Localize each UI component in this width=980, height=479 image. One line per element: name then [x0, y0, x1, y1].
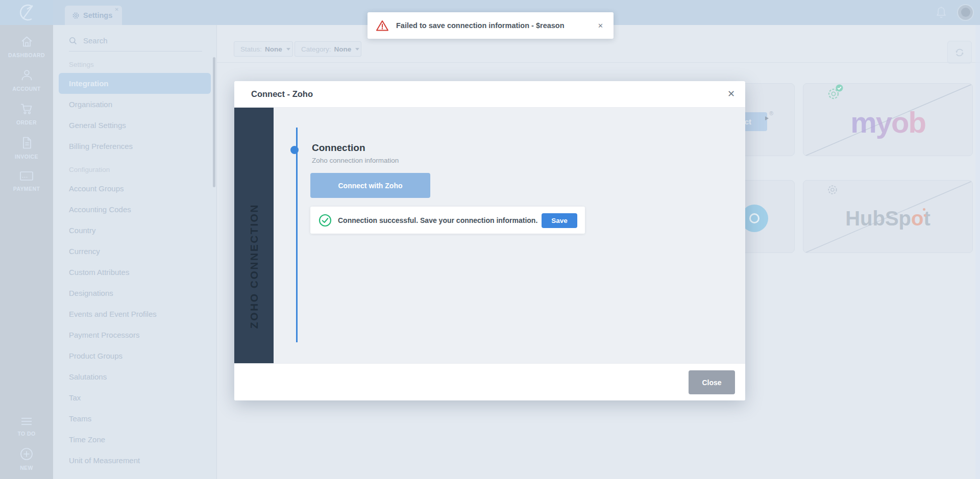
app-logo-icon: [15, 2, 38, 24]
integration-card-myob[interactable]: myob: [803, 83, 973, 156]
nav-section-configuration: Configuration: [69, 164, 216, 176]
nav-item-salutations[interactable]: Salutations: [53, 366, 216, 387]
cart-icon: [19, 102, 34, 116]
tab-close-icon[interactable]: ✕: [115, 7, 119, 13]
sidebar-item-order[interactable]: ORDER: [0, 102, 53, 125]
modal-side-panel: ZOHO CONNECTION: [234, 108, 274, 363]
divider: [217, 62, 980, 63]
user-icon: [20, 68, 34, 82]
nav-item-billing-preferences[interactable]: Billing Preferences: [53, 136, 216, 157]
tab-settings-label: Settings: [83, 11, 112, 19]
sidebar-main-items: DASHBOARD ACCOUNT ORDER: [0, 35, 53, 192]
close-button[interactable]: Close: [689, 370, 735, 394]
app-sidebar: DASHBOARD ACCOUNT ORDER: [0, 0, 53, 479]
settings-scrollbar[interactable]: [213, 57, 215, 187]
sidebar-item-todo[interactable]: TO DO: [0, 416, 53, 437]
user-avatar[interactable]: [957, 4, 974, 21]
nav-item-general-settings[interactable]: General Settings: [53, 115, 216, 136]
sidebar-item-invoice[interactable]: INVOICE: [0, 136, 53, 160]
modal-footer: Close: [234, 363, 745, 400]
connect-zoho-modal: Connect - Zoho ✕ ZOHO CONNECTION Connect…: [234, 81, 745, 400]
search-input[interactable]: [83, 36, 185, 45]
credit-card-icon: [19, 170, 34, 182]
sidebar-item-label: PAYMENT: [13, 186, 40, 192]
check-badge-icon: [836, 84, 843, 92]
nav-item-teams[interactable]: Teams: [53, 408, 216, 429]
modal-header: Connect - Zoho ✕: [234, 81, 745, 108]
chevron-down-icon: [286, 48, 290, 51]
status-filter-label: Status:: [240, 45, 262, 53]
myob-logo: myob: [803, 105, 972, 139]
nav-item-tax[interactable]: Tax: [53, 387, 216, 408]
refresh-button[interactable]: [947, 41, 972, 64]
nav-item-designations[interactable]: Designations: [53, 283, 216, 304]
warning-triangle-icon: [376, 19, 389, 32]
sidebar-item-label: NEW: [20, 465, 33, 471]
category-filter-value: None: [334, 45, 352, 53]
sidebar-item-account[interactable]: ACCOUNT: [0, 68, 53, 92]
sidebar-item-label: INVOICE: [15, 154, 38, 160]
search-row: [69, 36, 202, 52]
registered-mark: ®: [769, 110, 773, 116]
error-toast: Failed to save connection information - …: [368, 12, 614, 39]
modal-side-label: ZOHO CONNECTION: [248, 204, 260, 329]
nav-item-integration[interactable]: Integration: [59, 73, 211, 94]
step-title: Connection: [312, 142, 365, 154]
hubspot-logo: HubSpot: [803, 207, 972, 230]
status-filter-value: None: [265, 45, 282, 53]
nav-item-currency[interactable]: Currency: [53, 241, 216, 262]
category-filter[interactable]: Category: None: [295, 41, 361, 57]
nav-item-country[interactable]: Country: [53, 220, 216, 241]
plus-circle-icon: [19, 447, 34, 461]
chevron-down-icon: [355, 48, 359, 51]
sidebar-item-label: ORDER: [16, 119, 37, 125]
sidebar-item-label: DASHBOARD: [8, 52, 45, 58]
nav-item-account-groups[interactable]: Account Groups: [53, 178, 216, 199]
gear-icon[interactable]: [826, 184, 839, 196]
nav-section-settings: Settings: [69, 59, 216, 71]
category-filter-label: Category:: [301, 45, 331, 53]
app-logo[interactable]: [0, 0, 53, 25]
check-circle-icon: [318, 214, 332, 227]
sidebar-item-label: ACCOUNT: [12, 86, 40, 92]
toast-close-icon[interactable]: ✕: [596, 20, 605, 32]
sidebar-item-payment[interactable]: PAYMENT: [0, 170, 53, 192]
refresh-icon: [954, 47, 965, 58]
connect-with-zoho-button[interactable]: Connect with Zoho: [310, 173, 430, 198]
modal-title: Connect - Zoho: [251, 89, 313, 99]
status-filter[interactable]: Status: None: [234, 41, 293, 57]
settings-nav-panel: Settings Integration Organisation Genera…: [53, 25, 217, 479]
toast-message: Failed to save connection information - …: [396, 21, 589, 30]
modal-close-icon[interactable]: ✕: [727, 89, 735, 99]
search-icon: [69, 37, 77, 45]
home-icon: [20, 35, 34, 48]
integration-card-hubspot[interactable]: HubSpot: [803, 180, 973, 253]
nav-item-accounting-codes[interactable]: Accounting Codes: [53, 199, 216, 220]
nav-item-time-zone[interactable]: Time Zone: [53, 429, 216, 450]
nav-item-product-groups[interactable]: Product Groups: [53, 345, 216, 366]
sidebar-item-new[interactable]: NEW: [0, 447, 53, 471]
nav-item-custom-attributes[interactable]: Custom Attributes: [53, 262, 216, 283]
tab-settings[interactable]: Settings ✕: [65, 6, 122, 25]
document-icon: [20, 136, 34, 150]
sidebar-bottom-items: TO DO NEW: [0, 416, 53, 471]
app-root: Settings ✕ DASHBOARD: [0, 0, 980, 479]
step-dot: [290, 146, 299, 154]
sidebar-item-label: TO DO: [17, 431, 35, 437]
arrow-icon: [765, 116, 769, 120]
list-icon: [20, 416, 33, 427]
modal-body: ZOHO CONNECTION Connection Zoho connecti…: [234, 108, 745, 363]
step-timeline: [296, 128, 298, 342]
nav-item-events-and-event-profiles[interactable]: Events and Event Profiles: [53, 304, 216, 324]
gear-icon: [72, 12, 80, 19]
nav-item-unit-of-measurement[interactable]: Unit of Measurement: [53, 450, 216, 471]
notifications-bell-icon[interactable]: [935, 6, 947, 19]
connection-success-card: Connection successful. Save your connect…: [310, 207, 585, 234]
save-button[interactable]: Save: [542, 213, 577, 228]
sidebar-item-dashboard[interactable]: DASHBOARD: [0, 35, 53, 58]
success-message: Connection successful. Save your connect…: [338, 216, 537, 224]
nav-item-organisation[interactable]: Organisation: [53, 94, 216, 115]
step-subtitle: Zoho connection information: [312, 157, 399, 164]
nav-item-payment-processors[interactable]: Payment Processors: [53, 324, 216, 345]
page-scrollbar[interactable]: [975, 25, 980, 479]
